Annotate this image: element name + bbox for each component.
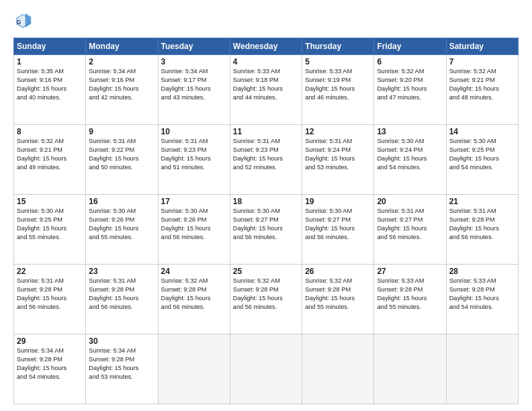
calendar-cell: 16Sunrise: 5:30 AM Sunset: 9:26 PM Dayli…: [86, 195, 158, 265]
day-header-thursday: Thursday: [302, 38, 374, 55]
day-number: 22: [17, 267, 83, 276]
day-info: Sunrise: 5:33 AM Sunset: 9:18 PM Dayligh…: [233, 67, 299, 102]
day-info: Sunrise: 5:30 AM Sunset: 9:26 PM Dayligh…: [89, 207, 154, 242]
calendar-week-row: 8Sunrise: 5:32 AM Sunset: 9:21 PM Daylig…: [14, 125, 519, 195]
calendar-cell: 7Sunrise: 5:32 AM Sunset: 9:21 PM Daylig…: [446, 55, 518, 125]
day-header-tuesday: Tuesday: [158, 38, 230, 55]
calendar-cell: 13Sunrise: 5:30 AM Sunset: 9:24 PM Dayli…: [374, 125, 446, 195]
calendar-cell: [158, 334, 230, 404]
day-info: Sunrise: 5:34 AM Sunset: 9:16 PM Dayligh…: [89, 67, 154, 102]
day-number: 24: [161, 267, 227, 276]
calendar-cell: 3Sunrise: 5:34 AM Sunset: 9:17 PM Daylig…: [158, 55, 230, 125]
calendar-cell: 10Sunrise: 5:31 AM Sunset: 9:23 PM Dayli…: [158, 125, 230, 195]
calendar-cell: 19Sunrise: 5:30 AM Sunset: 9:27 PM Dayli…: [302, 195, 374, 265]
calendar-cell: [302, 334, 374, 404]
day-number: 27: [377, 267, 443, 276]
day-info: Sunrise: 5:33 AM Sunset: 9:28 PM Dayligh…: [377, 277, 443, 312]
day-number: 30: [89, 336, 154, 346]
day-info: Sunrise: 5:31 AM Sunset: 9:28 PM Dayligh…: [449, 207, 515, 242]
day-number: 10: [161, 127, 227, 136]
day-info: Sunrise: 5:32 AM Sunset: 9:28 PM Dayligh…: [161, 277, 227, 312]
day-number: 12: [305, 127, 371, 136]
calendar-cell: 2Sunrise: 5:34 AM Sunset: 9:16 PM Daylig…: [86, 55, 158, 125]
calendar-cell: 9Sunrise: 5:31 AM Sunset: 9:22 PM Daylig…: [86, 125, 158, 195]
calendar-header-row: SundayMondayTuesdayWednesdayThursdayFrid…: [14, 38, 519, 55]
calendar-cell: 22Sunrise: 5:31 AM Sunset: 9:28 PM Dayli…: [14, 265, 86, 334]
calendar-table: SundayMondayTuesdayWednesdayThursdayFrid…: [13, 38, 519, 404]
day-header-sunday: Sunday: [14, 38, 86, 55]
day-info: Sunrise: 5:32 AM Sunset: 9:28 PM Dayligh…: [233, 277, 299, 312]
day-info: Sunrise: 5:30 AM Sunset: 9:24 PM Dayligh…: [377, 137, 443, 172]
calendar-cell: 25Sunrise: 5:32 AM Sunset: 9:28 PM Dayli…: [230, 265, 302, 334]
day-info: Sunrise: 5:31 AM Sunset: 9:23 PM Dayligh…: [161, 137, 227, 172]
day-info: Sunrise: 5:35 AM Sunset: 9:16 PM Dayligh…: [17, 67, 83, 102]
calendar-cell: [230, 334, 302, 404]
day-number: 28: [449, 267, 515, 276]
day-info: Sunrise: 5:31 AM Sunset: 9:23 PM Dayligh…: [233, 137, 299, 172]
calendar-week-row: 29Sunrise: 5:34 AM Sunset: 9:28 PM Dayli…: [14, 334, 519, 404]
day-info: Sunrise: 5:31 AM Sunset: 9:22 PM Dayligh…: [89, 137, 154, 172]
day-number: 19: [305, 197, 371, 206]
day-number: 8: [17, 127, 83, 136]
calendar-cell: 12Sunrise: 5:31 AM Sunset: 9:24 PM Dayli…: [302, 125, 374, 195]
day-info: Sunrise: 5:30 AM Sunset: 9:25 PM Dayligh…: [449, 137, 515, 172]
day-info: Sunrise: 5:34 AM Sunset: 9:17 PM Dayligh…: [161, 67, 227, 102]
calendar-cell: [446, 334, 518, 404]
calendar-cell: [374, 334, 446, 404]
day-info: Sunrise: 5:32 AM Sunset: 9:21 PM Dayligh…: [17, 137, 83, 172]
calendar-cell: 30Sunrise: 5:34 AM Sunset: 9:28 PM Dayli…: [86, 334, 158, 404]
day-header-monday: Monday: [86, 38, 158, 55]
calendar-cell: 5Sunrise: 5:33 AM Sunset: 9:19 PM Daylig…: [302, 55, 374, 125]
day-header-wednesday: Wednesday: [230, 38, 302, 55]
logo: G: [13, 12, 35, 31]
calendar-cell: 17Sunrise: 5:30 AM Sunset: 9:26 PM Dayli…: [158, 195, 230, 265]
day-number: 18: [233, 197, 299, 206]
day-info: Sunrise: 5:32 AM Sunset: 9:20 PM Dayligh…: [377, 67, 443, 102]
day-number: 4: [233, 57, 299, 66]
calendar-cell: 15Sunrise: 5:30 AM Sunset: 9:25 PM Dayli…: [14, 195, 86, 265]
calendar-week-row: 22Sunrise: 5:31 AM Sunset: 9:28 PM Dayli…: [14, 265, 519, 334]
logo-icon: G: [13, 12, 32, 31]
day-number: 17: [161, 197, 227, 206]
calendar-cell: 24Sunrise: 5:32 AM Sunset: 9:28 PM Dayli…: [158, 265, 230, 334]
day-number: 11: [233, 127, 299, 136]
calendar-cell: 8Sunrise: 5:32 AM Sunset: 9:21 PM Daylig…: [14, 125, 86, 195]
page: G SundayMondayTuesdayWednesdayThursdayFr…: [0, 0, 532, 411]
calendar-cell: 11Sunrise: 5:31 AM Sunset: 9:23 PM Dayli…: [230, 125, 302, 195]
day-number: 13: [377, 127, 443, 136]
day-number: 1: [17, 57, 83, 66]
header: G: [13, 12, 519, 31]
calendar-cell: 18Sunrise: 5:30 AM Sunset: 9:27 PM Dayli…: [230, 195, 302, 265]
day-info: Sunrise: 5:33 AM Sunset: 9:19 PM Dayligh…: [305, 67, 371, 102]
day-header-saturday: Saturday: [446, 38, 518, 55]
day-info: Sunrise: 5:30 AM Sunset: 9:27 PM Dayligh…: [305, 207, 371, 242]
day-number: 7: [449, 57, 515, 66]
day-number: 2: [89, 57, 154, 66]
calendar-week-row: 1Sunrise: 5:35 AM Sunset: 9:16 PM Daylig…: [14, 55, 519, 125]
day-info: Sunrise: 5:33 AM Sunset: 9:28 PM Dayligh…: [449, 277, 515, 312]
day-number: 3: [161, 57, 227, 66]
day-info: Sunrise: 5:34 AM Sunset: 9:28 PM Dayligh…: [89, 347, 154, 381]
calendar-cell: 23Sunrise: 5:31 AM Sunset: 9:28 PM Dayli…: [86, 265, 158, 334]
day-number: 16: [89, 197, 154, 206]
day-number: 20: [377, 197, 443, 206]
day-header-friday: Friday: [374, 38, 446, 55]
calendar-cell: 4Sunrise: 5:33 AM Sunset: 9:18 PM Daylig…: [230, 55, 302, 125]
day-number: 23: [89, 267, 154, 276]
day-info: Sunrise: 5:32 AM Sunset: 9:21 PM Dayligh…: [449, 67, 515, 102]
day-info: Sunrise: 5:31 AM Sunset: 9:28 PM Dayligh…: [89, 277, 154, 312]
calendar-cell: 28Sunrise: 5:33 AM Sunset: 9:28 PM Dayli…: [446, 265, 518, 334]
calendar-week-row: 15Sunrise: 5:30 AM Sunset: 9:25 PM Dayli…: [14, 195, 519, 265]
svg-text:G: G: [16, 19, 21, 26]
day-number: 5: [305, 57, 371, 66]
day-number: 14: [449, 127, 515, 136]
calendar-cell: 21Sunrise: 5:31 AM Sunset: 9:28 PM Dayli…: [446, 195, 518, 265]
calendar-cell: 6Sunrise: 5:32 AM Sunset: 9:20 PM Daylig…: [374, 55, 446, 125]
day-info: Sunrise: 5:30 AM Sunset: 9:26 PM Dayligh…: [161, 207, 227, 242]
day-number: 15: [17, 197, 83, 206]
calendar-cell: 26Sunrise: 5:32 AM Sunset: 9:28 PM Dayli…: [302, 265, 374, 334]
day-number: 29: [17, 336, 83, 346]
day-number: 21: [449, 197, 515, 206]
calendar-cell: 20Sunrise: 5:31 AM Sunset: 9:27 PM Dayli…: [374, 195, 446, 265]
day-info: Sunrise: 5:32 AM Sunset: 9:28 PM Dayligh…: [305, 277, 371, 312]
